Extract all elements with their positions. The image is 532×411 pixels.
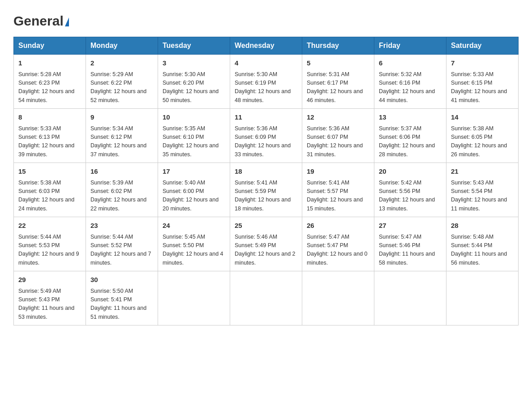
week-row-4: 22Sunrise: 5:44 AMSunset: 5:53 PMDayligh…: [14, 217, 519, 271]
calendar-cell: 5Sunrise: 5:31 AMSunset: 6:17 PMDaylight…: [302, 55, 374, 109]
calendar-table: SundayMondayTuesdayWednesdayThursdayFrid…: [13, 37, 519, 325]
calendar-cell: 19Sunrise: 5:41 AMSunset: 5:57 PMDayligh…: [302, 163, 374, 217]
day-number: 3: [163, 58, 225, 68]
day-info: Sunrise: 5:42 AMSunset: 5:56 PMDaylight:…: [379, 179, 442, 214]
day-number: 20: [379, 167, 442, 177]
day-number: 21: [451, 167, 514, 177]
day-info: Sunrise: 5:47 AMSunset: 5:47 PMDaylight:…: [307, 233, 369, 268]
calendar-cell: 24Sunrise: 5:45 AMSunset: 5:50 PMDayligh…: [158, 217, 230, 271]
day-number: 6: [379, 58, 442, 68]
weekday-header-sunday: Sunday: [14, 37, 86, 55]
day-info: Sunrise: 5:40 AMSunset: 6:00 PMDaylight:…: [163, 179, 225, 214]
calendar-cell: 26Sunrise: 5:47 AMSunset: 5:47 PMDayligh…: [302, 217, 374, 271]
calendar-cell: 28Sunrise: 5:48 AMSunset: 5:44 PMDayligh…: [446, 217, 519, 271]
calendar-cell: [446, 271, 519, 325]
day-number: 28: [451, 221, 514, 231]
day-number: 12: [307, 112, 369, 123]
calendar-cell: 12Sunrise: 5:36 AMSunset: 6:07 PMDayligh…: [302, 109, 374, 163]
week-row-5: 29Sunrise: 5:49 AMSunset: 5:43 PMDayligh…: [14, 271, 519, 325]
day-info: Sunrise: 5:44 AMSunset: 5:52 PMDaylight:…: [90, 233, 153, 268]
calendar-cell: 16Sunrise: 5:39 AMSunset: 6:02 PMDayligh…: [86, 163, 158, 217]
logo-top: General: [13, 13, 69, 29]
day-info: Sunrise: 5:29 AMSunset: 6:22 PMDaylight:…: [90, 70, 153, 105]
day-info: Sunrise: 5:37 AMSunset: 6:06 PMDaylight:…: [379, 124, 442, 159]
calendar-cell: [374, 271, 446, 325]
calendar-cell: 18Sunrise: 5:41 AMSunset: 5:59 PMDayligh…: [230, 163, 302, 217]
week-row-1: 1Sunrise: 5:28 AMSunset: 6:23 PMDaylight…: [14, 55, 519, 109]
day-number: 23: [90, 221, 153, 231]
calendar-cell: 22Sunrise: 5:44 AMSunset: 5:53 PMDayligh…: [14, 217, 86, 271]
calendar-cell: 8Sunrise: 5:33 AMSunset: 6:13 PMDaylight…: [14, 109, 86, 163]
day-number: 14: [451, 112, 514, 123]
calendar-cell: 21Sunrise: 5:43 AMSunset: 5:54 PMDayligh…: [446, 163, 519, 217]
week-row-2: 8Sunrise: 5:33 AMSunset: 6:13 PMDaylight…: [14, 109, 519, 163]
day-info: Sunrise: 5:30 AMSunset: 6:19 PMDaylight:…: [235, 70, 297, 105]
day-number: 25: [235, 221, 297, 231]
weekday-header-thursday: Thursday: [302, 37, 374, 55]
calendar-cell: 4Sunrise: 5:30 AMSunset: 6:19 PMDaylight…: [230, 55, 302, 109]
logo: General: [13, 13, 69, 28]
calendar-cell: 10Sunrise: 5:35 AMSunset: 6:10 PMDayligh…: [158, 109, 230, 163]
calendar-cell: 11Sunrise: 5:36 AMSunset: 6:09 PMDayligh…: [230, 109, 302, 163]
calendar-cell: 27Sunrise: 5:47 AMSunset: 5:46 PMDayligh…: [374, 217, 446, 271]
calendar-cell: [302, 271, 374, 325]
calendar-cell: 30Sunrise: 5:50 AMSunset: 5:41 PMDayligh…: [86, 271, 158, 325]
calendar-cell: 2Sunrise: 5:29 AMSunset: 6:22 PMDaylight…: [86, 55, 158, 109]
day-number: 24: [163, 221, 225, 231]
day-info: Sunrise: 5:49 AMSunset: 5:43 PMDaylight:…: [18, 287, 81, 322]
calendar-cell: 25Sunrise: 5:46 AMSunset: 5:49 PMDayligh…: [230, 217, 302, 271]
day-info: Sunrise: 5:28 AMSunset: 6:23 PMDaylight:…: [18, 70, 81, 105]
calendar-cell: 3Sunrise: 5:30 AMSunset: 6:20 PMDaylight…: [158, 55, 230, 109]
day-number: 17: [163, 167, 225, 177]
weekday-header-friday: Friday: [374, 37, 446, 55]
day-number: 15: [18, 167, 81, 177]
weekday-header-saturday: Saturday: [446, 37, 519, 55]
day-number: 9: [90, 112, 153, 123]
calendar-cell: [230, 271, 302, 325]
day-number: 26: [307, 221, 369, 231]
day-info: Sunrise: 5:30 AMSunset: 6:20 PMDaylight:…: [163, 70, 225, 105]
day-info: Sunrise: 5:44 AMSunset: 5:53 PMDaylight:…: [18, 233, 81, 268]
weekday-header-wednesday: Wednesday: [230, 37, 302, 55]
calendar-cell: [158, 271, 230, 325]
calendar-cell: 29Sunrise: 5:49 AMSunset: 5:43 PMDayligh…: [14, 271, 86, 325]
day-number: 13: [379, 112, 442, 123]
day-info: Sunrise: 5:45 AMSunset: 5:50 PMDaylight:…: [163, 233, 225, 268]
day-info: Sunrise: 5:34 AMSunset: 6:12 PMDaylight:…: [90, 124, 153, 159]
day-number: 30: [90, 275, 153, 285]
day-info: Sunrise: 5:36 AMSunset: 6:07 PMDaylight:…: [307, 124, 369, 159]
calendar-cell: 1Sunrise: 5:28 AMSunset: 6:23 PMDaylight…: [14, 55, 86, 109]
calendar-cell: 17Sunrise: 5:40 AMSunset: 6:00 PMDayligh…: [158, 163, 230, 217]
calendar-cell: 13Sunrise: 5:37 AMSunset: 6:06 PMDayligh…: [374, 109, 446, 163]
page-header: General: [13, 13, 519, 28]
day-info: Sunrise: 5:48 AMSunset: 5:44 PMDaylight:…: [451, 233, 514, 268]
calendar-cell: 9Sunrise: 5:34 AMSunset: 6:12 PMDaylight…: [86, 109, 158, 163]
day-info: Sunrise: 5:47 AMSunset: 5:46 PMDaylight:…: [379, 233, 442, 268]
day-info: Sunrise: 5:35 AMSunset: 6:10 PMDaylight:…: [163, 124, 225, 159]
day-info: Sunrise: 5:32 AMSunset: 6:16 PMDaylight:…: [379, 70, 442, 105]
day-info: Sunrise: 5:38 AMSunset: 6:05 PMDaylight:…: [451, 124, 514, 159]
logo-triangle-icon: [65, 17, 69, 26]
day-info: Sunrise: 5:33 AMSunset: 6:15 PMDaylight:…: [451, 70, 514, 105]
weekday-header-row: SundayMondayTuesdayWednesdayThursdayFrid…: [14, 37, 519, 55]
day-info: Sunrise: 5:41 AMSunset: 5:59 PMDaylight:…: [235, 179, 297, 214]
calendar-cell: 7Sunrise: 5:33 AMSunset: 6:15 PMDaylight…: [446, 55, 519, 109]
day-number: 10: [163, 112, 225, 123]
day-number: 2: [90, 58, 153, 68]
calendar-cell: 14Sunrise: 5:38 AMSunset: 6:05 PMDayligh…: [446, 109, 519, 163]
calendar-cell: 20Sunrise: 5:42 AMSunset: 5:56 PMDayligh…: [374, 163, 446, 217]
day-number: 4: [235, 58, 297, 68]
day-number: 22: [18, 221, 81, 231]
calendar-cell: 23Sunrise: 5:44 AMSunset: 5:52 PMDayligh…: [86, 217, 158, 271]
day-number: 19: [307, 167, 369, 177]
day-number: 7: [451, 58, 514, 68]
day-number: 29: [18, 275, 81, 285]
day-info: Sunrise: 5:31 AMSunset: 6:17 PMDaylight:…: [307, 70, 369, 105]
day-info: Sunrise: 5:38 AMSunset: 6:03 PMDaylight:…: [18, 179, 81, 214]
day-number: 1: [18, 58, 81, 68]
day-number: 16: [90, 167, 153, 177]
day-number: 18: [235, 167, 297, 177]
day-info: Sunrise: 5:50 AMSunset: 5:41 PMDaylight:…: [90, 287, 153, 322]
day-info: Sunrise: 5:39 AMSunset: 6:02 PMDaylight:…: [90, 179, 153, 214]
week-row-3: 15Sunrise: 5:38 AMSunset: 6:03 PMDayligh…: [14, 163, 519, 217]
